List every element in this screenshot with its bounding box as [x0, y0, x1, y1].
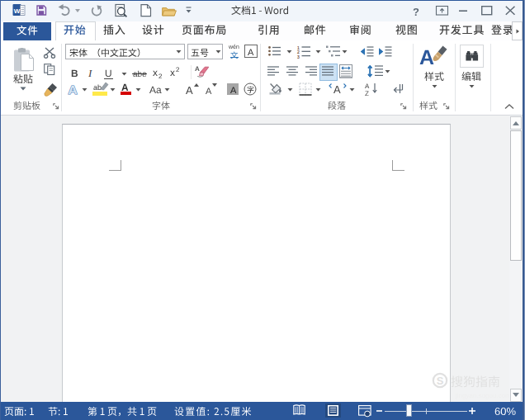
- svg-text:3: 3: [297, 54, 300, 59]
- svg-text:S: S: [437, 375, 444, 387]
- svg-text:A: A: [68, 83, 77, 97]
- svg-text:W: W: [14, 7, 21, 15]
